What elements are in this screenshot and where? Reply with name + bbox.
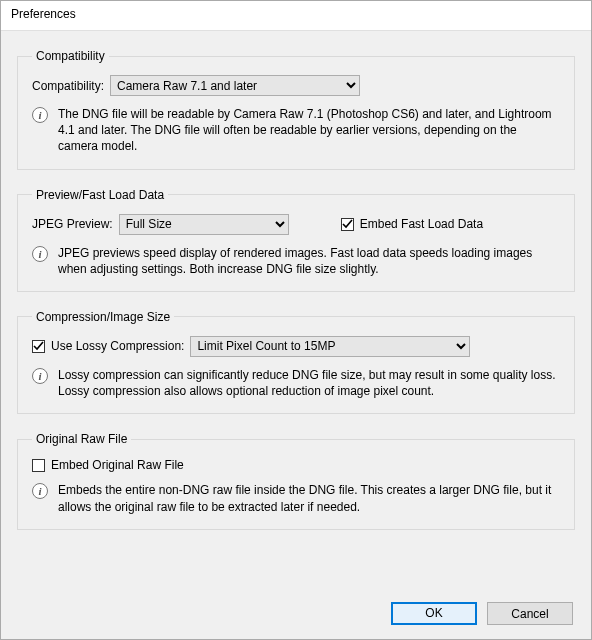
use-lossy-label: Use Lossy Compression: [51,339,184,353]
info-icon: i [32,368,48,384]
info-icon: i [32,483,48,499]
checkmark-icon [33,341,44,352]
titlebar: Preferences [1,1,591,31]
compression-info: Lossy compression can significantly redu… [58,367,560,399]
embed-original-label: Embed Original Raw File [51,458,184,472]
info-icon: i [32,107,48,123]
cancel-button[interactable]: Cancel [487,602,573,625]
lossy-limit-select[interactable]: Limit Pixel Count to 15MP [190,336,470,357]
checkmark-icon [342,219,353,230]
original-info: Embeds the entire non-DNG raw file insid… [58,482,560,514]
group-compatibility-legend: Compatibility [32,49,109,63]
group-compression-legend: Compression/Image Size [32,310,174,324]
embed-fast-load-checkbox[interactable]: Embed Fast Load Data [341,217,483,231]
group-preview: Preview/Fast Load Data JPEG Preview: Ful… [17,188,575,292]
preview-info: JPEG previews speed display of rendered … [58,245,560,277]
group-preview-legend: Preview/Fast Load Data [32,188,168,202]
content-area: Compatibility Compatibility: Camera Raw … [1,31,591,530]
compatibility-info: The DNG file will be readable by Camera … [58,106,560,155]
checkbox-box [32,459,45,472]
dialog-buttons: OK Cancel [391,602,573,625]
embed-original-checkbox[interactable]: Embed Original Raw File [32,458,184,472]
preferences-window: Preferences Compatibility Compatibility:… [0,0,592,640]
ok-button[interactable]: OK [391,602,477,625]
compatibility-select[interactable]: Camera Raw 7.1 and later [110,75,360,96]
jpeg-preview-select[interactable]: Full Size [119,214,289,235]
window-title: Preferences [11,7,76,21]
group-compatibility: Compatibility Compatibility: Camera Raw … [17,49,575,170]
info-icon: i [32,246,48,262]
jpeg-preview-label: JPEG Preview: [32,217,113,231]
group-compression: Compression/Image Size Use Lossy Compres… [17,310,575,414]
group-original: Original Raw File Embed Original Raw Fil… [17,432,575,529]
group-original-legend: Original Raw File [32,432,131,446]
embed-fast-load-label: Embed Fast Load Data [360,217,483,231]
compatibility-label: Compatibility: [32,79,104,93]
checkbox-box [32,340,45,353]
use-lossy-checkbox[interactable]: Use Lossy Compression: [32,339,184,353]
checkbox-box [341,218,354,231]
